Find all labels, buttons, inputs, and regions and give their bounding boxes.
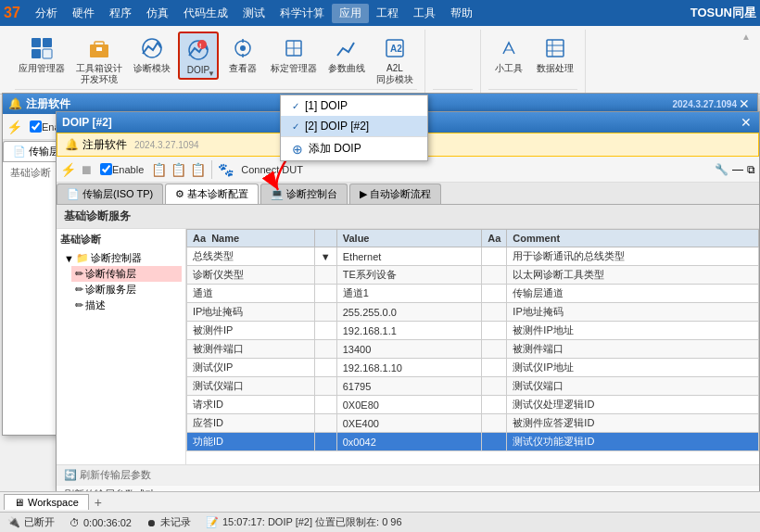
cell-value: 192.168.1.1 xyxy=(336,322,482,340)
menu-help[interactable]: 帮助 xyxy=(443,4,480,23)
table-row[interactable]: 应答ID 0XE400 被测件应答逻辑ID xyxy=(187,414,759,433)
menu-analysis[interactable]: 分析 xyxy=(28,4,65,23)
ribbon-btn-diag[interactable]: 诊断模块 xyxy=(130,32,174,76)
doip-tab-3[interactable]: ▶自动诊断流程 xyxy=(349,184,441,204)
doip-settings-icon[interactable]: 🔧 xyxy=(715,163,728,176)
doip-enable-check[interactable] xyxy=(100,163,112,175)
menu-bar: 37 分析 硬件 程序 仿真 代码生成 测试 科学计算 应用 工程 工具 帮助 … xyxy=(0,0,760,26)
svg-rect-6 xyxy=(96,47,102,51)
doip-float-icon[interactable]: ⧉ xyxy=(747,163,755,176)
table-row[interactable]: 诊断仪类型 TE系列设备 以太网诊断工具类型 xyxy=(187,266,759,285)
menu-codegen[interactable]: 代码生成 xyxy=(176,4,235,23)
cell-name: IP地址掩码 xyxy=(187,303,315,322)
tree-description[interactable]: ✏ 描述 xyxy=(71,298,182,313)
menu-program[interactable]: 程序 xyxy=(102,4,139,23)
refresh-label: 刷新传输层参数 xyxy=(80,469,151,480)
svg-point-12 xyxy=(240,45,246,51)
menu-hardware[interactable]: 硬件 xyxy=(65,4,102,23)
diag-label: 诊断模块 xyxy=(133,63,171,74)
alert-icon: 🔔 xyxy=(8,97,22,110)
viewer-label: 查看器 xyxy=(229,63,257,74)
menu-app[interactable]: 应用 xyxy=(332,4,369,23)
data-proc-label: 数据处理 xyxy=(537,63,574,74)
cell-comment: 传输层通道 xyxy=(507,285,759,303)
cell-name: 测试仪IP xyxy=(187,359,315,377)
doip-enable-checkbox[interactable]: Enable xyxy=(96,161,147,177)
doip-tab-0[interactable]: 📄传输层(ISO TP) xyxy=(57,184,163,204)
col-name: Aa Name xyxy=(187,230,315,247)
ribbon-btn-data-proc[interactable]: 数据处理 xyxy=(533,32,577,76)
cell-dropdown xyxy=(314,359,336,377)
tree-controller[interactable]: ▼ 📁 诊断控制器 xyxy=(60,250,182,266)
check-icon-doip1: ✓ xyxy=(292,101,299,111)
cell-comment: 被测件端口 xyxy=(507,340,759,359)
main-window-close[interactable]: ✕ xyxy=(737,96,752,111)
doip-tab-1[interactable]: ⚙基本诊断配置 xyxy=(165,184,259,204)
main-window-date: 2024.3.27.1094 xyxy=(672,99,737,109)
table-row[interactable]: IP地址掩码 255.255.0.0 IP地址掩码 xyxy=(187,303,759,322)
workspace-tab[interactable]: 🖥 Workspace xyxy=(4,494,89,510)
dropdown-item-add[interactable]: ⊕ 添加 DOIP xyxy=(281,137,427,160)
doip-minimize-icon[interactable]: — xyxy=(732,163,743,176)
doip-toolbar-icon2[interactable]: 📋 xyxy=(171,162,186,177)
enable-check[interactable] xyxy=(30,120,42,133)
status-record: ⏺ 未记录 xyxy=(146,515,191,529)
ribbon-btn-doip[interactable]: ! DOIP ▼ xyxy=(178,32,219,80)
doip-connect-btn[interactable]: Connect DUT xyxy=(237,162,307,177)
doip-toolbar-icon3[interactable]: 📋 xyxy=(190,162,206,177)
refresh-btn[interactable]: 🔄 xyxy=(64,469,77,480)
check-icon-doip2: ✓ xyxy=(292,121,299,132)
cell-dropdown[interactable]: ▼ xyxy=(314,247,336,266)
menu-sci-compute[interactable]: 科学计算 xyxy=(272,4,332,23)
log-text: 15:07:17: DOIP [#2] 位置已限制在: 0 96 xyxy=(222,515,402,529)
table-row[interactable]: 总线类型 ▼ Ethernet 用于诊断通讯的总线类型 xyxy=(187,247,759,266)
table-row[interactable]: 测试仪IP 192.168.1.10 测试仪IP地址 xyxy=(187,359,759,377)
doip-window-close[interactable]: ✕ xyxy=(739,115,754,130)
cell-name: 被测件IP xyxy=(187,322,315,340)
dropdown-item-doip1[interactable]: ✓ [1] DOIP xyxy=(281,95,427,116)
ribbon-btn-small-tool[interactable]: 小工具 xyxy=(488,32,529,76)
small-tool-icon xyxy=(494,33,524,63)
menu-project[interactable]: 工程 xyxy=(369,4,406,23)
toolbox-label: 工具箱设计 开发环境 xyxy=(76,63,122,85)
menu-test[interactable]: 测试 xyxy=(235,4,272,23)
ribbon-btn-param[interactable]: 参数曲线 xyxy=(324,32,369,76)
ribbon-btn-toolbox[interactable]: 工具箱设计 开发环境 xyxy=(72,32,126,87)
ribbon-collapse-btn[interactable]: ▲ xyxy=(741,32,751,42)
cell-value: 255.255.0.0 xyxy=(336,303,482,322)
menu-tools[interactable]: 工具 xyxy=(406,4,443,23)
menu-simulation[interactable]: 仿真 xyxy=(139,4,176,23)
dropdown-item-doip2[interactable]: ✓ [2] DOIP [#2] xyxy=(281,116,427,136)
cell-aa xyxy=(482,247,507,266)
doip-alert-date: 2024.3.27.1094 xyxy=(134,140,199,150)
ribbon-btn-viewer[interactable]: 查看器 xyxy=(222,32,263,76)
tree-transport[interactable]: ✏ 诊断传输层 xyxy=(71,266,182,282)
tree-service-layer[interactable]: ✏ 诊断服务层 xyxy=(71,282,182,298)
small-tool-label: 小工具 xyxy=(495,63,523,74)
data-proc-icon xyxy=(540,33,570,63)
cell-name: 被测件端口 xyxy=(187,340,315,359)
conn-icon: 🔌 xyxy=(7,516,20,528)
ribbon-btn-calib[interactable]: 标定管理器 xyxy=(267,32,321,76)
status-log: 📝 15:07:17: DOIP [#2] 位置已限制在: 0 96 xyxy=(206,515,402,529)
table-row[interactable]: 被测件端口 13400 被测件端口 xyxy=(187,340,759,359)
table-row[interactable]: 通道 通道1 传输层通道 xyxy=(187,285,759,303)
tree-expand-icon: ▼ xyxy=(64,253,74,264)
doip-tab-2[interactable]: 💻诊断控制台 xyxy=(260,184,348,204)
ribbon: 应用管理器 工具箱设计 开发环境 诊断模块 ! xyxy=(0,26,760,95)
table-area: Aa Name Value Aa Comment 总线类型 ▼ Ethernet… xyxy=(186,229,759,464)
cell-aa xyxy=(482,303,507,322)
doip-connect-label: Connect DUT xyxy=(241,164,303,175)
table-row[interactable]: 功能ID 0x0042 测试仪功能逻辑ID xyxy=(187,433,759,451)
ribbon-btn-app-manager[interactable]: 应用管理器 xyxy=(15,32,69,76)
doip-toolbar-icon1[interactable]: 📋 xyxy=(151,162,167,177)
cell-name: 总线类型 xyxy=(187,247,315,266)
table-row[interactable]: 被测件IP 192.168.1.1 被测件IP地址 xyxy=(187,322,759,340)
add-tab-btn[interactable]: + xyxy=(89,493,108,512)
tree-section-label: 基础诊断 xyxy=(60,233,182,247)
ribbon-btn-a2l[interactable]: A2 A2L 同步模块 xyxy=(373,32,417,87)
table-row[interactable]: 测试仪端口 61795 测试仪端口 xyxy=(187,377,759,396)
cell-comment: 以太网诊断工具类型 xyxy=(507,266,759,285)
table-row[interactable]: 请求ID 0X0E80 测试仪处理逻辑ID xyxy=(187,396,759,414)
cell-aa xyxy=(482,414,507,433)
